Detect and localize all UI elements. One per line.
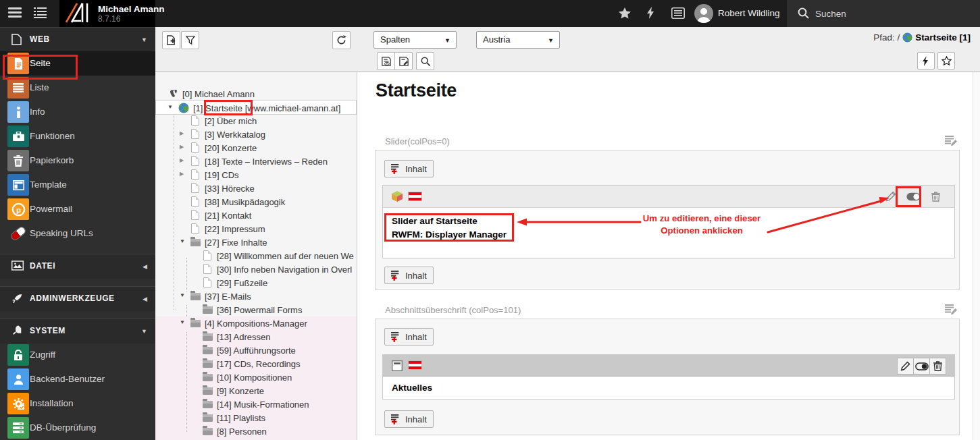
open-documents-icon[interactable] [34, 7, 49, 20]
tree-collapse-icon[interactable]: ▼ [180, 238, 185, 244]
sidebar-item-installation[interactable]: Installation [0, 391, 155, 416]
tree-row[interactable]: ▶[3] Werkkatalog [155, 128, 357, 141]
tree-row[interactable]: ▶[19] CDs [155, 168, 357, 182]
toggle-visibility-button[interactable] [905, 189, 921, 204]
recycler-module-icon [7, 150, 29, 171]
tree-row[interactable]: [17] CDs, Recordings [155, 357, 357, 370]
tree-collapse-icon[interactable]: ▼ [180, 292, 185, 298]
tree-row[interactable]: [38] Musikpädagogik [155, 195, 357, 209]
edit-column-icon[interactable] [945, 304, 957, 315]
edit-content-button[interactable] [897, 358, 914, 375]
new-page-button[interactable] [162, 31, 180, 49]
toggle-visibility-button[interactable] [913, 358, 930, 375]
language-select[interactable]: Austria ▼ [476, 31, 560, 49]
add-content-icon [391, 332, 401, 342]
username[interactable]: Robert Wildling [718, 8, 780, 18]
path-page[interactable]: Startseite [1] [915, 32, 971, 43]
sidebar-item-label: Liste [30, 82, 49, 92]
avatar[interactable] [694, 4, 713, 23]
edit-content-button[interactable] [883, 189, 899, 204]
bookmark-star-button[interactable] [937, 52, 955, 70]
menu-section-web[interactable]: WEB ▼ [0, 27, 155, 52]
edit-column-icon[interactable] [945, 136, 957, 146]
tree-row-startseite[interactable]: ▼ [1] Startseite [www.michael-amann.at] [155, 100, 357, 115]
clear-cache-bolt-icon[interactable] [647, 7, 662, 20]
content-scrollbar[interactable] [973, 72, 980, 440]
edit-page-properties-button[interactable] [394, 52, 413, 70]
bookmarks-star-icon[interactable] [619, 7, 634, 21]
sidebar-item-zugriff[interactable]: Zugriff [0, 343, 155, 367]
tree-row[interactable]: [33] Hörecke [155, 182, 357, 195]
view-webpage-button[interactable] [377, 52, 395, 70]
menu-section-datei[interactable]: DATEI ◀ [0, 254, 155, 279]
sidebar-item-label: Backend-Benutzer [30, 374, 105, 384]
file-section-icon [11, 260, 25, 273]
columns-select-value: Spalten [380, 34, 410, 45]
tree-row-root[interactable]: [0] Michael Amann [155, 87, 357, 101]
tree-row[interactable]: [30] Info neben Navigation in Overl [155, 263, 357, 276]
tree-row[interactable]: [21] Kontakt [155, 209, 357, 222]
sidebar-item-speaking-urls[interactable]: Speaking URLs [0, 221, 155, 246]
tree-row[interactable]: [10] Kompositionen [155, 370, 357, 384]
tree-expand-icon[interactable]: ▶ [180, 157, 184, 163]
tree-row[interactable]: [22] Impressum [155, 222, 357, 236]
tree-expand-icon[interactable]: ▶ [180, 171, 184, 177]
refresh-tree-button[interactable] [332, 31, 351, 49]
chevron-down-icon: ▼ [141, 36, 147, 43]
sidebar-item-funktionen[interactable]: Funktionen [0, 124, 155, 148]
tree-collapse-icon[interactable]: ▼ [180, 319, 185, 325]
sidebar-item-db-ueberpruefung[interactable]: DB-Überprüfung [0, 416, 155, 440]
add-content-label: Inhalt [405, 164, 427, 174]
add-content-button[interactable]: Inhalt [384, 267, 434, 284]
tree-collapse-icon[interactable]: ▼ [167, 104, 173, 110]
add-content-button[interactable]: Inhalt [384, 160, 434, 177]
content-element-slider[interactable]: Slider auf Startseite RWFM: Displayer Ma… [382, 185, 955, 258]
global-search[interactable]: Suchen [787, 0, 980, 27]
add-content-label: Inhalt [405, 414, 427, 424]
tree-row[interactable]: ▼[27] Fixe Inhalte [155, 236, 357, 249]
sidebar-item-backend-benutzer[interactable]: Backend-Benutzer [0, 367, 155, 391]
sidebar-item-powermail[interactable]: p Powermail [0, 197, 155, 221]
tree-row[interactable]: [9] Konzerte [155, 384, 357, 397]
search-page-button[interactable] [416, 52, 434, 70]
filter-button[interactable] [181, 31, 199, 49]
sidebar-item-papierkorb[interactable]: Papierkorb [0, 148, 155, 173]
menu-toggle-icon[interactable] [8, 7, 23, 20]
tree-row[interactable]: [11] Playlists [155, 411, 357, 424]
tree-row[interactable]: ▶[18] Texte – Interviews – Reden [155, 155, 357, 168]
tree-row[interactable]: [29] Fußzeile [155, 276, 357, 290]
tree-expand-icon[interactable]: ▶ [180, 144, 184, 150]
page-module-content: Startseite Slider(colPos=0) Inhalt [365, 72, 980, 440]
menu-section-label: DATEI [30, 261, 55, 271]
tree-row[interactable]: [28] Willkommen auf der neuen We [155, 249, 357, 263]
tree-row[interactable]: [13] Adressen [155, 330, 357, 343]
tree-row[interactable]: [2] Über mich [155, 114, 357, 128]
menu-section-adminwerkzeuge[interactable]: ADMINWERKZEUGE ◀ [0, 286, 155, 311]
austria-flag-icon [408, 360, 422, 370]
web-section-icon [11, 34, 25, 46]
columns-select[interactable]: Spalten ▼ [373, 31, 457, 49]
tree-row[interactable]: [36] Powermail Forms [155, 303, 357, 317]
sidebar-item-seite[interactable]: Seite [0, 51, 155, 76]
menu-section-system[interactable]: SYSTEM ▼ [0, 319, 155, 343]
tree-row[interactable]: ▶[20] Konzerte [155, 141, 357, 155]
sidebar-item-template[interactable]: Template [0, 173, 155, 197]
cache-bolt-button[interactable] [917, 52, 935, 70]
delete-content-button[interactable] [927, 189, 944, 204]
workspace-list-icon[interactable] [671, 7, 686, 21]
tree-row[interactable]: [14] Musik-Formationen [155, 397, 357, 411]
content-element-header [383, 186, 954, 208]
content-element-aktuelles[interactable]: Aktuelles [382, 354, 955, 400]
tree-expand-icon[interactable]: ▶ [180, 130, 184, 136]
tree-row[interactable]: [59] Aufführungsorte [155, 343, 357, 357]
tree-row[interactable]: ▼[37] E-Mails [155, 290, 357, 303]
sidebar-item-info[interactable]: Info [0, 100, 155, 124]
delete-content-button[interactable] [929, 358, 946, 375]
add-content-button[interactable]: Inhalt [384, 328, 434, 346]
tree-row[interactable]: ▼[4] Kompositions-Manager [155, 317, 357, 330]
backend-users-icon [7, 368, 29, 390]
toggle-icon [906, 192, 921, 201]
tree-row[interactable]: [8] Personen [155, 424, 357, 438]
sidebar-item-liste[interactable]: Liste [0, 76, 155, 100]
add-content-button[interactable]: Inhalt [384, 410, 434, 428]
